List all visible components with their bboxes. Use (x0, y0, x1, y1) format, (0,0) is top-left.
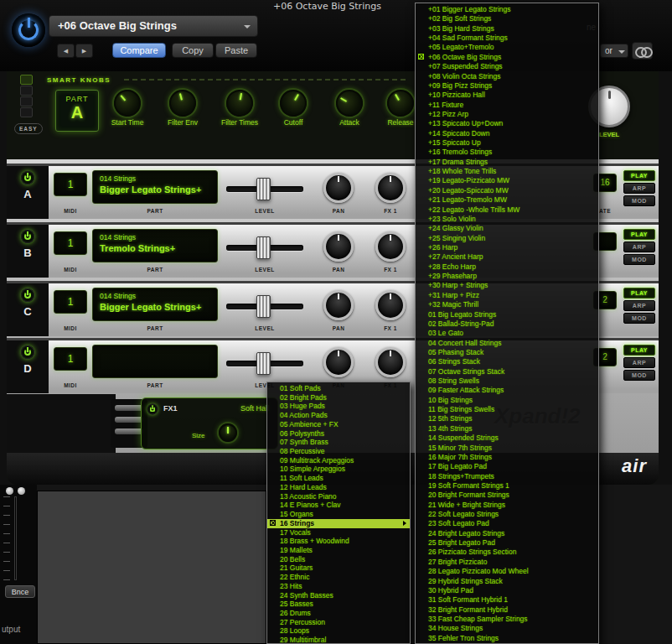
arp-button[interactable]: ARP (623, 300, 655, 311)
knob-icon[interactable] (275, 85, 312, 122)
mod-button[interactable]: MOD (623, 370, 655, 381)
preset-menu-item[interactable]: 01 Big Legato Strings (416, 310, 598, 319)
fx1-power-button[interactable] (147, 404, 158, 415)
category-menu-item[interactable]: 28 Loops (267, 626, 410, 636)
category-menu-item[interactable]: 10 Simple Arpeggios (267, 465, 410, 474)
level-slider-handle[interactable] (256, 236, 271, 259)
midi-channel-display[interactable]: 1 (54, 231, 87, 255)
preset-menu-item[interactable]: +21 Legato-Tremolo MW (416, 195, 598, 205)
part-tab[interactable] (20, 75, 33, 85)
preset-menu-item[interactable]: +28 Echo Harp (416, 262, 598, 272)
preset-menu-item[interactable]: 09 Faster Attack Strings (416, 386, 598, 395)
preset-menu-item[interactable]: 28 Legato Pizzicato Mod Wheel (416, 567, 598, 576)
preset-menu-item[interactable]: 35 Fehler Tron Strings (416, 634, 598, 643)
bounce-button[interactable]: Bnce (5, 585, 35, 598)
category-menu-item[interactable]: 15 Organs (267, 510, 410, 519)
preset-name-field[interactable]: +06 Octave Big Strings (49, 15, 258, 37)
preset-menu-item[interactable]: 34 House Strings (416, 624, 598, 633)
preset-menu-item[interactable]: +24 Glassy Violin (416, 224, 598, 233)
part-patch-display[interactable]: 014 Strings Bigger Legato Strings+ (92, 288, 218, 321)
preset-menu-item[interactable]: +30 Harp + Strings (416, 281, 598, 290)
category-menu-item[interactable]: 25 Basses (267, 600, 410, 609)
preset-menu-item[interactable]: +14 Spiccato Down (416, 129, 598, 138)
preset-menu-item[interactable]: +09 Big Pizz Strings (416, 81, 598, 91)
preset-menu-item[interactable]: +15 Spiccato Up (416, 138, 598, 148)
preset-menu-item[interactable]: 27 Bright Pizzicato (416, 558, 598, 567)
category-menu-item[interactable]: 12 Hard Leads (267, 483, 410, 492)
preset-menu-item[interactable]: +26 Harp (416, 243, 598, 252)
preset-menu-item[interactable]: +03 Big Hard Strings (416, 24, 598, 34)
level-slider[interactable] (226, 245, 303, 251)
category-menu-item[interactable]: 13 Acoustic Piano (267, 492, 410, 501)
part-patch-display[interactable] (92, 345, 218, 378)
preset-menu-item[interactable]: 20 Bright Formant Strings (416, 491, 598, 500)
preset-menu-item[interactable]: +07 Suspended Strings (416, 62, 598, 71)
midi-channel-display[interactable]: 1 (54, 173, 87, 196)
level-slider-handle[interactable] (256, 295, 271, 318)
midi-channel-display[interactable]: 1 (54, 347, 87, 371)
preset-menu-item[interactable]: +10 Pizzicato Hall (416, 91, 598, 100)
preset-menu-item[interactable]: 08 String Swells (416, 377, 598, 386)
play-button[interactable]: PLAY (623, 345, 655, 356)
preset-menu-item[interactable]: +25 Singing Violin (416, 234, 598, 243)
preset-menu-item[interactable]: 17 Big Legato Pad (416, 462, 598, 471)
preset-menu-item[interactable]: 05 Phasing Stack (416, 348, 598, 357)
preset-menu-item[interactable]: 12 5th Strings (416, 414, 598, 423)
link-icon[interactable] (632, 42, 653, 60)
fx1-type-display[interactable]: Soft Hall (240, 404, 269, 413)
preset-menu-item[interactable]: 04 Concert Hall Strings (416, 339, 598, 348)
preset-menu-item[interactable]: 10 Big Strings (416, 396, 598, 405)
preset-menu-item[interactable]: 22 Soft Legato Strings (416, 510, 598, 519)
smart-knob[interactable]: Start Time (101, 90, 154, 127)
category-menu-item[interactable]: 05 Ambience + FX (267, 420, 410, 429)
category-menu-item[interactable]: 04 Action Pads (267, 411, 410, 420)
preset-menu-item[interactable]: 23 Soft Legato Pad (416, 519, 598, 528)
knob-icon[interactable] (224, 87, 255, 118)
pan-knob[interactable] (323, 290, 354, 320)
preset-menu-item[interactable]: +31 Harp + Pizz (416, 291, 598, 300)
compare-button[interactable]: Compare (112, 43, 166, 58)
fx1-send-knob[interactable] (375, 347, 406, 377)
knob-icon[interactable] (108, 84, 146, 122)
preset-menu-item[interactable]: +27 Ancient Harp (416, 252, 598, 262)
category-menu-item[interactable]: 29 Multitimbral (267, 636, 410, 644)
preset-menu-item[interactable]: +11 Fixture (416, 101, 598, 110)
category-menu-item[interactable]: 06 Polysynths (267, 429, 410, 439)
category-menu-item[interactable]: 02 Bright Pads (267, 393, 410, 402)
mod-button[interactable]: MOD (623, 313, 655, 324)
smart-knob[interactable]: Cutoff (266, 90, 320, 127)
preset-menu-item[interactable]: +05 Legato+Tremolo (416, 43, 598, 52)
preset-menu-item[interactable]: 03 Le Gato (416, 329, 598, 338)
part-tab[interactable] (20, 86, 33, 96)
knob-icon[interactable] (382, 85, 419, 122)
smart-knob[interactable]: Filter Env (156, 90, 209, 127)
preset-menu-item[interactable]: 29 Hybrid Strings Stack (416, 577, 598, 586)
preset-menu-item[interactable]: 33 Fast Cheap Sampler Strings (416, 615, 598, 624)
preset-menu-item[interactable]: 25 Bright Legato Pad (416, 538, 598, 548)
category-menu-item[interactable]: 14 E Pianos + Clav (267, 501, 410, 510)
category-menu-item[interactable]: 01 Soft Pads (267, 384, 410, 393)
fx1-send-knob[interactable] (375, 173, 406, 203)
knob-icon[interactable] (166, 86, 199, 119)
pan-knob[interactable] (323, 173, 354, 203)
level-slider-handle[interactable] (256, 178, 271, 200)
level-slider[interactable] (226, 186, 303, 192)
level-slider[interactable] (226, 361, 303, 366)
fx1-send-knob[interactable] (375, 290, 406, 320)
preset-menu-item[interactable]: 19 Soft Formant Strings 1 (416, 481, 598, 491)
next-preset-button[interactable]: ▶ (75, 44, 93, 58)
play-button[interactable]: PLAY (623, 288, 655, 299)
part-patch-display[interactable]: 014 Strings Tremolo Strings+ (92, 229, 218, 262)
smart-knob[interactable]: Filter Times (213, 90, 266, 127)
knob-icon[interactable] (331, 85, 368, 122)
preset-menu-item[interactable]: +06 Octave Big Strings (416, 53, 598, 62)
part-tab[interactable] (20, 96, 33, 106)
part-power-button[interactable] (21, 345, 34, 359)
part-power-button[interactable] (21, 171, 34, 184)
copy-button[interactable]: Copy (172, 43, 214, 58)
preset-menu-item[interactable]: 15 Minor 7th Strings (416, 444, 598, 453)
part-patch-display[interactable]: 014 Strings Bigger Legato Strings+ (92, 170, 218, 204)
category-menu-item[interactable]: 03 Huge Pads (267, 402, 410, 411)
preset-menu-item[interactable]: 11 Big Strings Swells (416, 405, 598, 414)
preset-menu-item[interactable]: +23 Solo Violin (416, 215, 598, 224)
